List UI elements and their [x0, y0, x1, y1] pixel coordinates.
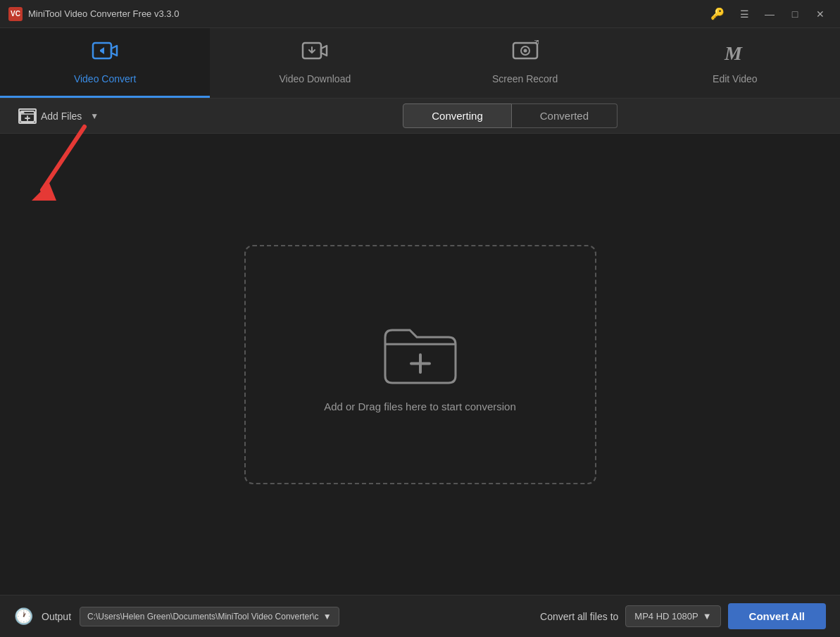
tab-edit-video[interactable]: M Edit Video [630, 28, 840, 98]
edit-video-icon: M [722, 40, 748, 68]
format-dropdown-icon: ▼ [703, 611, 712, 622]
drop-zone-text: Add or Drag files here to start conversi… [324, 401, 516, 412]
folder-add-icon [378, 316, 463, 386]
maximize-button[interactable]: □ [784, 4, 806, 24]
title-bar: VC MiniTool Video Converter Free v3.3.0 … [0, 0, 840, 28]
drop-zone[interactable]: Add or Drag files here to start conversi… [244, 245, 596, 484]
converting-tab[interactable]: Converting [403, 103, 512, 128]
close-button[interactable]: ✕ [809, 4, 832, 24]
convert-all-button[interactable]: Convert All [728, 603, 826, 629]
app-title: MiniTool Video Converter Free v3.3.0 [28, 8, 179, 19]
convert-all-container: Convert all files to MP4 HD 1080P ▼ Conv… [540, 603, 826, 629]
tab-edit-video-label: Edit Video [713, 73, 758, 84]
output-path-text: C:\Users\Helen Green\Documents\MiniTool … [87, 612, 319, 622]
tab-screen-record-label: Screen Record [492, 73, 558, 84]
add-files-label: Add Files [41, 111, 82, 122]
title-bar-left: VC MiniTool Video Converter Free v3.3.0 [8, 7, 179, 21]
output-label: Output [42, 611, 71, 622]
dropdown-arrow-icon[interactable]: ▼ [90, 111, 99, 121]
svg-point-4 [523, 49, 527, 52]
screen-record-icon [512, 40, 539, 68]
title-bar-controls: 🔑 ☰ — □ ✕ [710, 4, 832, 24]
convert-all-files-label: Convert all files to [540, 611, 618, 622]
video-convert-icon [92, 40, 118, 68]
main-content: Add or Drag files here to start conversi… [0, 134, 840, 595]
tab-video-download-label: Video Download [280, 73, 351, 84]
minimize-button[interactable]: — [758, 4, 781, 24]
clock-icon[interactable]: 🕐 [14, 607, 33, 626]
app-logo: VC [8, 7, 23, 21]
tab-video-download[interactable]: Video Download [210, 28, 420, 98]
add-files-button[interactable]: Add Files [11, 104, 89, 128]
tab-video-convert[interactable]: Video Convert [0, 28, 210, 98]
svg-text:M: M [724, 42, 743, 64]
format-select-button[interactable]: MP4 HD 1080P ▼ [625, 605, 720, 627]
key-icon: 🔑 [710, 7, 725, 20]
tab-screen-record[interactable]: Screen Record [420, 28, 630, 98]
bottom-bar: 🕐 Output C:\Users\Helen Green\Documents\… [0, 595, 840, 637]
output-path-button[interactable]: C:\Users\Helen Green\Documents\MiniTool … [80, 607, 339, 626]
add-files-icon [18, 108, 37, 124]
nav-bar: Video Convert Video Download Screen Reco… [0, 28, 840, 99]
output-path-dropdown-icon: ▼ [323, 612, 332, 622]
sub-toolbar: Add Files ▼ Converting Converted [0, 99, 840, 134]
format-label: MP4 HD 1080P [634, 611, 698, 622]
converted-tab[interactable]: Converted [512, 103, 618, 128]
tab-video-convert-label: Video Convert [74, 73, 136, 84]
video-download-icon [301, 40, 328, 68]
hamburger-button[interactable]: ☰ [733, 4, 756, 24]
convert-tabs: Converting Converted [403, 103, 618, 128]
